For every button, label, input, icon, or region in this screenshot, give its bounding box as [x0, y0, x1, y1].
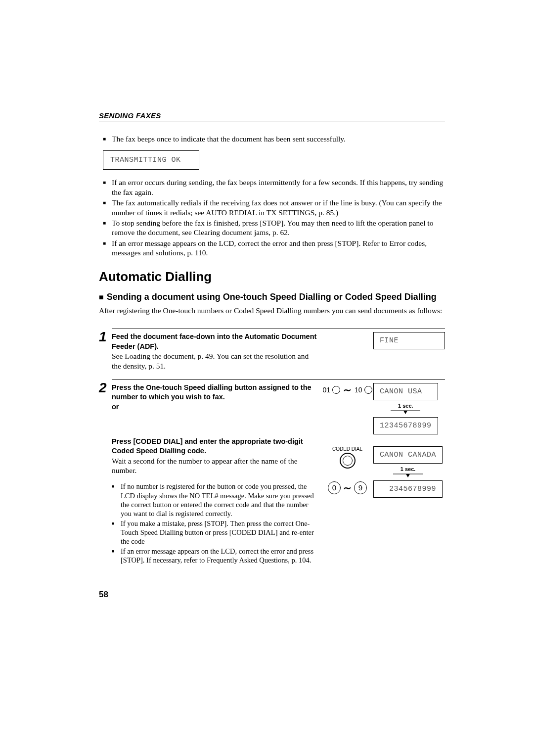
step-2-right-col: 01 ∼ 10 CANON USA 1 sec.: [326, 383, 445, 566]
divider: [112, 379, 445, 380]
page: SENDING FAXES The fax beeps once to indi…: [0, 0, 534, 639]
bullet-item: The fax automatically redials if the rec…: [103, 198, 445, 217]
divider: [112, 329, 445, 329]
coded-dial-bold: Press [CODED DIAL] and enter the appropr…: [112, 437, 318, 456]
page-number: 58: [99, 590, 445, 600]
coded-dial-icon-col: CODED DIAL 0 ∼ 9: [326, 446, 368, 494]
bullet-item: The fax beeps once to indicate that the …: [103, 134, 445, 143]
down-arrow-icon: [373, 410, 438, 415]
svg-marker-1: [403, 411, 407, 414]
step-1: 1 Feed the document face-down into the A…: [99, 329, 445, 371]
lcd-display-number: 12345678999: [373, 417, 438, 434]
section-header: SENDING FAXES: [99, 111, 445, 122]
step-2-or: or: [112, 402, 318, 412]
range-lo: 01: [322, 386, 330, 394]
digit-button-icon: 9: [354, 481, 367, 494]
bullet-item: If an error message appears on the LCD, …: [103, 238, 445, 258]
lcd-display-number: 2345678999: [373, 480, 443, 498]
subheading: Sending a document using One-touch Speed…: [107, 291, 437, 303]
digit-button-icon: 0: [328, 481, 341, 494]
after-bullet-list: If an error occurs during sending, the f…: [103, 178, 445, 257]
coded-dial-rest: Wait a second for the number to appear a…: [112, 457, 298, 474]
bullet-item: To stop sending before the fax is finish…: [103, 218, 445, 237]
bullet-item: If you make a mistake, press [STOP]. The…: [112, 519, 318, 546]
coded-dial-label: CODED DIAL: [332, 446, 362, 452]
coded-dial-block: Press [CODED DIAL] and enter the appropr…: [112, 437, 318, 565]
square-bullet-icon: ■: [99, 292, 104, 302]
step-2: 2 Press the One-touch Speed dialling but…: [99, 379, 445, 566]
down-arrow-icon: [373, 473, 443, 478]
bullet-item: If an error message appears on the LCD, …: [112, 547, 318, 565]
delay-label: 1 sec.: [373, 466, 443, 472]
subheading-row: ■ Sending a document using One-touch Spe…: [99, 291, 445, 303]
intro-bullet-list: The fax beeps once to indicate that the …: [103, 134, 445, 143]
step-2-bullets: If no number is registered for the butto…: [112, 482, 318, 565]
lcd-display-name: CANON USA: [373, 383, 438, 400]
svg-marker-3: [406, 474, 410, 477]
step-1-rest: See Loading the document, p. 49. You can…: [112, 352, 309, 370]
bullet-item: If no number is registered for the butto…: [112, 482, 318, 518]
step-1-right-col: FINE: [326, 332, 445, 371]
digit-range: 0 ∼ 9: [328, 481, 367, 494]
heading-automatic-dialling: Automatic Dialling: [99, 269, 445, 284]
lcd-display-transmitting: TRANSMITTING OK: [103, 150, 199, 170]
step-2-bold: Press the One-touch Speed dialling butto…: [112, 383, 318, 402]
step-number: 2: [99, 381, 112, 395]
range-hi: 10: [355, 386, 362, 394]
button-circle-icon: [332, 386, 340, 394]
step-1-text: Feed the document face-down into the Aut…: [112, 332, 318, 371]
button-circle-icon: [364, 386, 372, 394]
lcd-display-name: CANON CANADA: [373, 446, 443, 464]
step-number: 1: [99, 330, 112, 344]
step-2-text: Press the One-touch Speed dialling butto…: [112, 383, 318, 566]
subheading-intro: After registering the One-touch numbers …: [99, 306, 445, 316]
lcd-display-fine: FINE: [373, 332, 445, 349]
one-touch-range: 01 ∼ 10: [326, 383, 368, 394]
bullet-item: If an error occurs during sending, the f…: [103, 178, 445, 197]
step-1-bold: Feed the document face-down into the Aut…: [112, 332, 318, 351]
delay-label: 1 sec.: [373, 403, 438, 409]
coded-dial-button-icon: [340, 453, 356, 469]
